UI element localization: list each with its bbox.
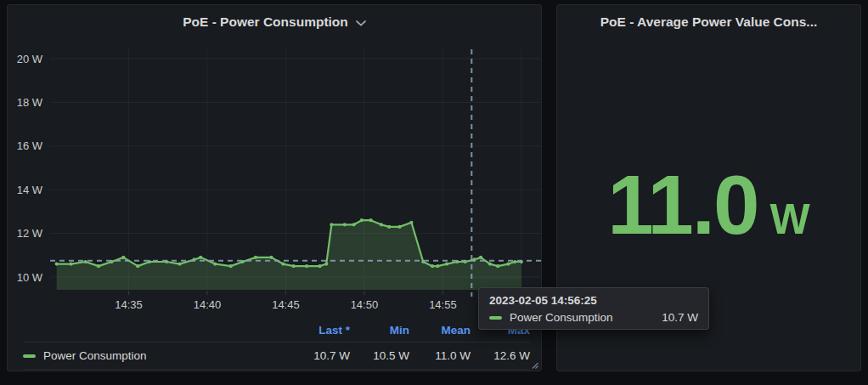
chevron-down-icon[interactable] <box>356 20 366 26</box>
legend-value-mean: 11.0 W <box>409 342 471 370</box>
y-axis-tick-label: 12 W <box>17 227 43 240</box>
stat-number: 11.0 <box>607 163 758 246</box>
legend-header-min[interactable]: Min <box>350 319 409 342</box>
tooltip-value: 10.7 W <box>662 311 698 324</box>
panel-header-left[interactable]: PoE - Power Consumption <box>8 5 541 39</box>
x-axis-tick-label: 14:45 <box>272 298 300 311</box>
legend-header-mean[interactable]: Mean <box>409 319 471 342</box>
legend-value-min: 10.5 W <box>350 342 409 370</box>
y-axis-tick-label: 16 W <box>17 139 43 152</box>
y-axis-tick-label: 20 W <box>17 53 43 65</box>
tooltip-timestamp: 2023-02-05 14:56:25 <box>489 294 698 307</box>
series-line <box>57 220 521 266</box>
y-axis-tick-label: 18 W <box>17 96 43 109</box>
legend-series-toggle[interactable]: Power Consumption <box>23 342 290 370</box>
legend-value-max: 12.6 W <box>471 342 530 370</box>
legend-spacer <box>23 319 290 342</box>
chart-tooltip: 2023-02-05 14:56:25 Power Consumption 10… <box>478 287 709 330</box>
legend-header-last[interactable]: Last * <box>290 319 350 342</box>
panel-title-right: PoE - Average Power Value Cons... <box>600 14 818 30</box>
series-area-fill <box>57 220 521 290</box>
stat-unit: W <box>770 198 810 241</box>
legend-table: Last * Min Mean Max Power Consumption 10… <box>23 319 530 370</box>
x-axis-tick-label: 14:40 <box>194 298 222 311</box>
panel-title: PoE - Power Consumption <box>183 14 348 30</box>
timeseries-chart[interactable]: 14:3514:4014:4514:5014:5515:0010 W12 W14… <box>8 5 543 318</box>
tooltip-series-swatch <box>489 316 502 320</box>
panel-header-right[interactable]: PoE - Average Power Value Cons... <box>557 5 860 39</box>
series-color-swatch <box>23 354 36 358</box>
tooltip-series-label: Power Consumption <box>510 311 613 324</box>
y-axis-tick-label: 10 W <box>17 271 43 284</box>
grafana-dashboard: 14:3514:4014:4514:5014:5515:0010 W12 W14… <box>0 0 868 385</box>
legend-value-last: 10.7 W <box>290 342 350 370</box>
x-axis-tick-label: 14:55 <box>429 298 457 311</box>
legend-series-label: Power Consumption <box>43 349 147 362</box>
x-axis-tick-label: 14:35 <box>115 298 143 311</box>
panel-resize-handle[interactable] <box>531 361 538 369</box>
y-axis-tick-label: 14 W <box>17 184 43 196</box>
panel-power-consumption: 14:3514:4014:4514:5014:5515:0010 W12 W14… <box>7 4 542 371</box>
stat-value: 11.0 W <box>607 163 810 246</box>
x-axis-tick-label: 14:50 <box>351 298 379 311</box>
